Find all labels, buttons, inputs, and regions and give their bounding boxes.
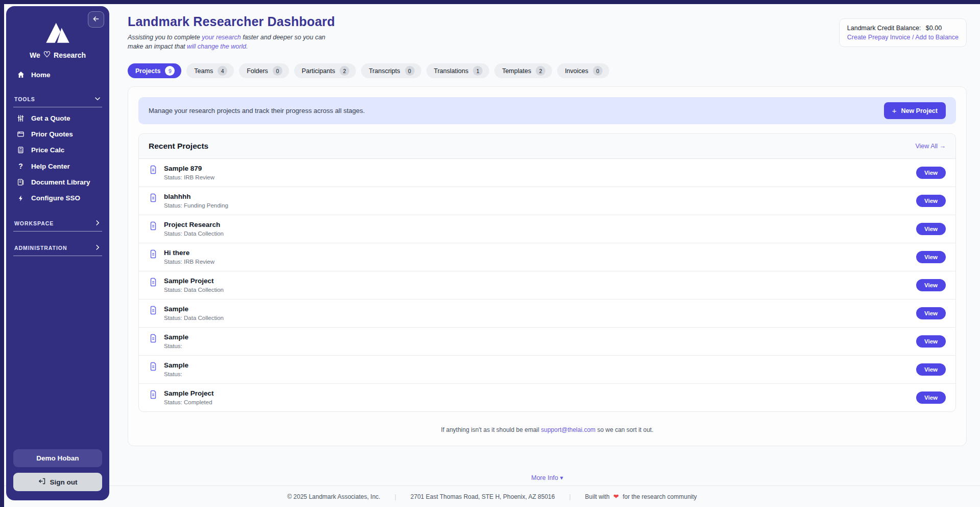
- view-button[interactable]: View: [916, 363, 946, 376]
- view-button[interactable]: View: [916, 335, 946, 348]
- credit-balance-line: Landmark Credit Balance: $0.00: [847, 25, 959, 32]
- project-text: SampleStatus: Data Collection: [164, 305, 224, 321]
- project-status: Status: Data Collection: [164, 231, 224, 237]
- view-button[interactable]: View: [916, 195, 946, 207]
- tab-count-badge: 2: [340, 66, 349, 76]
- view-button[interactable]: View: [916, 167, 946, 179]
- project-text: Sample 879Status: IRB Review: [164, 165, 214, 180]
- sidebar-section-workspace[interactable]: WORKSPACE: [13, 217, 102, 232]
- subtitle-link-your-research[interactable]: your research: [202, 34, 241, 41]
- support-line: If anything isn't as it should be email …: [138, 426, 956, 433]
- view-button[interactable]: View: [916, 307, 946, 319]
- question-icon: ?: [16, 162, 25, 170]
- project-status: Status: Data Collection: [164, 315, 224, 321]
- sidebar-bottom: Demo Hoban Sign out: [13, 449, 102, 491]
- document-icon: [149, 362, 158, 371]
- footer-separator: |: [569, 493, 570, 500]
- project-name: Hi there: [164, 249, 214, 257]
- window-frame-top: [0, 0, 980, 4]
- sidebar-item-prior-quotes[interactable]: Prior Quotes: [13, 126, 102, 142]
- sidebar-tools-list: Get a QuotePrior QuotesPrice Calc?Help C…: [13, 110, 102, 206]
- heart-outline-icon: ♡: [43, 51, 51, 59]
- project-text: Hi thereStatus: IRB Review: [164, 249, 214, 265]
- sidebar-item-label: Get a Quote: [31, 114, 70, 122]
- bolt-icon: [16, 195, 25, 202]
- new-project-button[interactable]: + New Project: [884, 102, 946, 119]
- sidebar-item-label: Configure SSO: [31, 194, 80, 202]
- more-info-link[interactable]: More Info ▾: [531, 474, 563, 481]
- sidebar: We ♡ Research Home TOOLS Get a QuotePrio…: [6, 6, 109, 500]
- tab-projects[interactable]: Projects9: [128, 63, 181, 78]
- tabs: Projects9Teams4Folders0Participants2Tran…: [128, 63, 967, 78]
- sign-out-button[interactable]: Sign out: [13, 473, 102, 491]
- support-text: If anything isn't as it should be email: [441, 426, 541, 433]
- arrow-left-icon: [92, 15, 100, 25]
- sidebar-item-document-library[interactable]: Document Library: [13, 174, 102, 190]
- projects-banner: Manage your research projects and track …: [138, 97, 956, 124]
- sidebar-item-get-a-quote[interactable]: Get a Quote: [13, 110, 102, 126]
- sidebar-section-administration[interactable]: ADMINISTRATION: [13, 242, 102, 256]
- project-row: SampleStatus:View: [139, 356, 955, 384]
- banner-text: Manage your research projects and track …: [149, 107, 365, 114]
- tab-count-badge: 1: [473, 66, 483, 76]
- sign-out-icon: [38, 477, 46, 487]
- sidebar-section-tools[interactable]: TOOLS: [13, 93, 102, 107]
- tab-teams[interactable]: Teams4: [186, 63, 234, 78]
- project-status: Status:: [164, 371, 188, 377]
- recent-projects-title: Recent Projects: [149, 142, 208, 151]
- project-name: Sample: [164, 333, 188, 341]
- sidebar-item-price-calc[interactable]: Price Calc: [13, 142, 102, 158]
- tagline: We ♡ Research: [13, 51, 102, 59]
- support-email-link[interactable]: support@thelai.com: [541, 426, 595, 433]
- footer-separator: |: [395, 493, 396, 500]
- project-row: Sample ProjectStatus: Data CollectionVie…: [139, 271, 955, 299]
- page-subtitle: Assisting you to complete your research …: [128, 33, 327, 51]
- document-library-icon: [16, 178, 25, 186]
- subtitle-link-change-world[interactable]: will change the world.: [187, 43, 248, 50]
- user-menu-button[interactable]: Demo Hoban: [13, 449, 102, 467]
- project-name: Sample Project: [164, 389, 214, 397]
- project-row: Project ResearchStatus: Data CollectionV…: [139, 215, 955, 243]
- view-button[interactable]: View: [916, 223, 946, 235]
- sidebar-item-configure-sso[interactable]: Configure SSO: [13, 190, 102, 206]
- tab-count-badge: 2: [536, 66, 545, 76]
- project-row: SampleStatus:View: [139, 328, 955, 356]
- project-info: SampleStatus:: [149, 333, 188, 349]
- credit-balance-label: Landmark Credit Balance:: [847, 25, 921, 32]
- plus-icon: +: [892, 107, 897, 114]
- section-label: TOOLS: [14, 96, 35, 102]
- tab-translations[interactable]: Translations1: [426, 63, 490, 78]
- project-info: Sample ProjectStatus: Data Collection: [149, 277, 224, 293]
- create-prepay-invoice-link[interactable]: Create Prepay Invoice / Add to Balance: [847, 34, 959, 41]
- tab-folders[interactable]: Folders0: [239, 63, 289, 78]
- tab-templates[interactable]: Templates2: [494, 63, 552, 78]
- tab-invoices[interactable]: Invoices0: [557, 63, 609, 78]
- credit-balance-box: Landmark Credit Balance: $0.00 Create Pr…: [839, 18, 967, 47]
- view-button[interactable]: View: [916, 279, 946, 291]
- tagline-we: We: [30, 51, 40, 59]
- chevron-right-icon: [94, 219, 101, 227]
- project-status: Status: Completed: [164, 399, 214, 405]
- view-button[interactable]: View: [916, 391, 946, 404]
- project-name: blahhhh: [164, 193, 228, 200]
- home-icon: [16, 71, 25, 79]
- support-text: so we can sort it out.: [595, 426, 653, 433]
- sidebar-item-label: Document Library: [31, 178, 90, 186]
- sidebar-item-label: Help Center: [31, 163, 70, 170]
- sidebar-collapse-button[interactable]: [88, 11, 104, 28]
- tab-participants[interactable]: Participants2: [294, 63, 356, 78]
- sidebar-item-label: Home: [31, 71, 51, 79]
- view-all-link[interactable]: View All →: [915, 143, 946, 150]
- sidebar-item-home[interactable]: Home: [13, 66, 102, 83]
- sidebar-item-help-center[interactable]: ?Help Center: [13, 158, 102, 174]
- tab-count-badge: 0: [593, 66, 603, 76]
- sidebar-item-label: Prior Quotes: [31, 130, 73, 138]
- built-with-text: Built with: [585, 493, 610, 500]
- document-icon: [149, 165, 158, 174]
- tab-transcripts[interactable]: Transcripts0: [361, 63, 421, 78]
- more-info-wrap: More Info ▾: [128, 473, 967, 482]
- calculator-icon: [16, 146, 25, 154]
- view-button[interactable]: View: [916, 251, 946, 263]
- project-name: Sample: [164, 361, 188, 369]
- document-icon: [149, 278, 158, 287]
